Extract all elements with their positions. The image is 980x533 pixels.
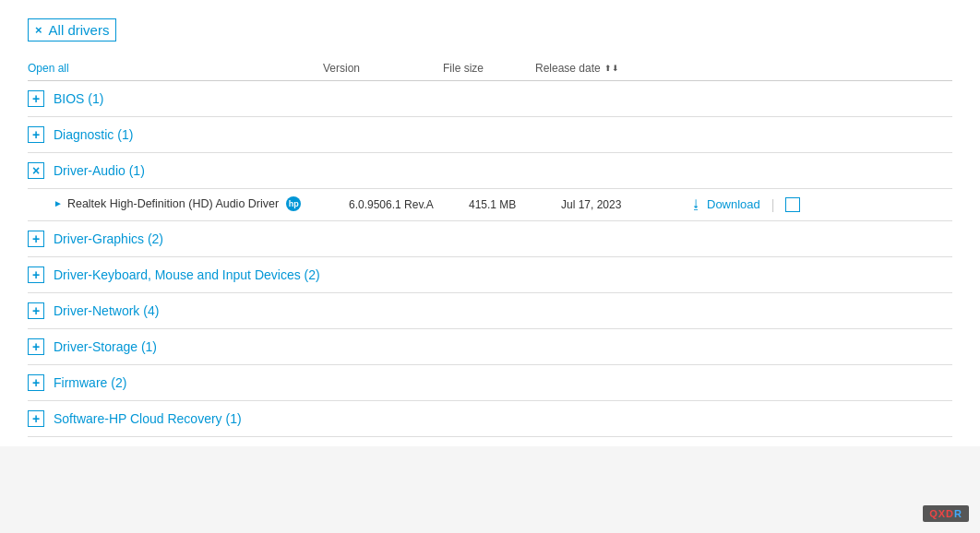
driver-date: Jul 17, 2023 [561,198,690,211]
close-icon: × [35,23,42,37]
category-label-software-hp[interactable]: Software-HP Cloud Recovery (1) [54,411,242,426]
category-row-driver-network: + Driver-Network (4) [28,293,952,329]
all-drivers-label: All drivers [49,22,110,38]
toggle-driver-storage[interactable]: + [28,338,44,355]
driver-checkbox[interactable] [785,197,800,212]
category-label-driver-network[interactable]: Driver-Network (4) [54,303,159,318]
category-row-diagnostic: + Diagnostic (1) [28,117,952,153]
column-headers: Open all Version File size Release date … [28,58,952,81]
category-label-firmware[interactable]: Firmware (2) [54,375,126,390]
toggle-driver-audio[interactable]: × [28,162,44,179]
header-row: × All drivers [28,18,952,41]
category-label-bios[interactable]: BIOS (1) [54,91,103,106]
category-label-diagnostic[interactable]: Diagnostic (1) [54,127,133,142]
category-row-firmware: + Firmware (2) [28,365,952,401]
driver-item-row: ► Realtek High-Definition (HD) Audio Dri… [28,189,952,221]
toggle-diagnostic[interactable]: + [28,126,44,143]
open-all-col: Open all [28,62,323,75]
sort-icon[interactable]: ⬆⬇ [604,64,619,73]
toggle-bios[interactable]: + [28,90,44,107]
download-label: Download [707,197,760,211]
download-icon: ⭳ [690,197,702,211]
toggle-driver-graphics[interactable]: + [28,231,44,247]
driver-actions: ⭳ Download | [690,197,952,212]
category-row-driver-audio: × Driver-Audio (1) [28,153,952,189]
filesize-header: File size [443,62,535,75]
triangle-icon: ► [54,198,63,208]
category-row-driver-graphics: + Driver-Graphics (2) [28,221,952,257]
category-label-driver-audio[interactable]: Driver-Audio (1) [54,163,145,178]
category-row-driver-storage: + Driver-Storage (1) [28,329,952,365]
main-container: × All drivers Open all Version File size… [0,0,980,446]
driver-name: Realtek High-Definition (HD) Audio Drive… [67,196,279,213]
all-drivers-toggle[interactable]: × All drivers [28,18,116,41]
open-all-link[interactable]: Open all [28,62,69,75]
category-label-driver-graphics[interactable]: Driver-Graphics (2) [54,231,163,246]
category-row-driver-keyboard: + Driver-Keyboard, Mouse and Input Devic… [28,257,952,293]
separator: | [771,197,775,212]
driver-name-col: ► Realtek High-Definition (HD) Audio Dri… [54,196,349,213]
category-row-bios: + BIOS (1) [28,81,952,117]
download-button[interactable]: ⭳ Download [690,197,760,211]
category-label-driver-keyboard[interactable]: Driver-Keyboard, Mouse and Input Devices… [54,267,320,282]
hp-badge: hp [286,196,301,211]
releasedate-header: Release date ⬆⬇ [535,62,664,75]
category-label-driver-storage[interactable]: Driver-Storage (1) [54,339,157,354]
toggle-firmware[interactable]: + [28,374,44,391]
toggle-driver-keyboard[interactable]: + [28,266,44,283]
category-row-software-hp: + Software-HP Cloud Recovery (1) [28,401,952,437]
version-header: Version [323,62,443,75]
toggle-driver-network[interactable]: + [28,302,44,319]
driver-filesize: 415.1 MB [469,198,561,211]
toggle-software-hp[interactable]: + [28,410,44,427]
driver-version: 6.0.9506.1 Rev.A [349,198,469,211]
